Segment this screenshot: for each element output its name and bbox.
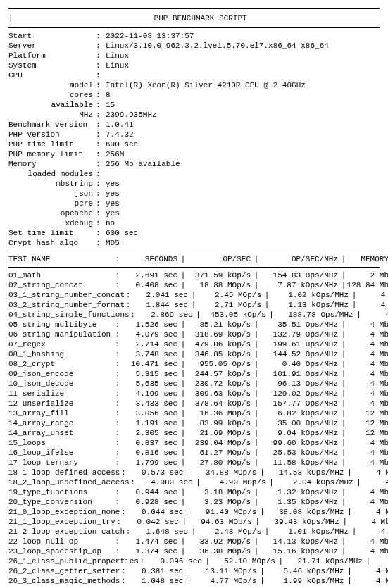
seconds-cell: 1.648 sec: [132, 527, 191, 537]
opsmhz-cell: 14.53 kOps/MHz: [265, 468, 346, 477]
meta-row: json:yes: [8, 189, 332, 199]
meta-row: xdebug:no: [8, 218, 332, 228]
memory-cell: 4 Mb: [346, 330, 388, 339]
meta-value: 600 sec: [106, 228, 332, 238]
opsmhz-cell: 199.61 Ops/MHz: [259, 339, 341, 349]
memory-cell: 4 Mb: [346, 369, 388, 379]
memory-cell: 4 Mb: [348, 517, 388, 527]
memory-cell: 4 Mb: [352, 566, 388, 576]
seconds-cell: 1.374 sec: [121, 546, 180, 556]
opsmhz-cell: 188.78 Ops/MHz: [275, 310, 356, 320]
test-name: 09_json_encode: [8, 369, 114, 379]
ops-cell: 33.92 MOp/s: [186, 537, 254, 546]
meta-value: yes: [106, 179, 332, 189]
meta-row: cores:8: [8, 90, 332, 100]
seconds-cell: 5.635 sec: [121, 379, 180, 389]
opsmhz-cell: 157.77 Ops/MHz: [259, 399, 341, 408]
meta-row: mbstring:yes: [8, 179, 332, 189]
seconds-cell: 1.048 sec: [127, 576, 186, 586]
table-row: 21_1_loop_exception_try:0.042 sec|94.63 …: [8, 517, 380, 527]
ops-cell: 21.69 MOp/s: [186, 428, 254, 438]
seconds-cell: 0.573 sec: [127, 468, 186, 477]
memory-cell: 4 Mb: [362, 477, 388, 487]
memory-cell: 12 Mb: [346, 408, 388, 418]
meta-key: PHP memory limit: [8, 149, 96, 159]
col-ops-header: OP/SEC: [186, 254, 254, 264]
memory-cell: 4 Mb: [371, 556, 388, 566]
memory-cell: 4 Mb: [346, 359, 388, 369]
test-name: 14_array_range: [8, 418, 114, 428]
test-name: 18_2_loop_undefined_access: [8, 477, 130, 487]
table-row: 06_string_manipulation:4.079 sec|318.69 …: [8, 330, 380, 339]
memory-cell: 4 Mb: [346, 339, 388, 349]
opsmhz-cell: 39.43 kOps/MHz: [261, 517, 342, 527]
meta-key: available: [8, 100, 96, 110]
opsmhz-cell: 15.16 kOps/MHz: [259, 546, 341, 556]
memory-cell: 4 Mb: [346, 487, 388, 497]
memory-cell: 4 Mb: [357, 300, 388, 310]
ops-cell: 3.18 MOp/s: [186, 487, 254, 497]
meta-row: opcache:yes: [8, 208, 332, 218]
table-row: 14_array_unset:2.305 sec|21.69 MOp/s|9.0…: [8, 428, 380, 438]
table-row: 08_2_crypt:10.471 sec|955.05 Op/s|0.40 O…: [8, 359, 380, 369]
ops-cell: 4.77 MOp/s: [192, 576, 259, 586]
rule-under-colhead: [8, 267, 380, 268]
meta-value: 7.4.32: [106, 130, 332, 139]
results-table: 01_math:2.691 sec|371.59 kOp/s|154.83 Op…: [8, 270, 380, 586]
opsmhz-cell: 9.04 kOps/MHz: [259, 428, 341, 438]
ops-cell: 3.23 MOp/s: [186, 497, 254, 507]
meta-row: PHP time limit:600 sec: [8, 139, 332, 149]
test-name: 26_1_class_public_properties: [8, 556, 139, 566]
table-row: 26_2_class_getter_setter:0.381 sec|13.11…: [8, 566, 380, 576]
meta-row: CPU:: [8, 70, 332, 80]
opsmhz-cell: 1.02 kOps/MHz: [270, 290, 351, 300]
meta-value: 15: [106, 100, 332, 110]
test-name: 13_array_fill: [8, 408, 114, 418]
meta-row: Crypt hash algo:MD5: [8, 238, 332, 248]
test-name: 07_regex: [8, 339, 114, 349]
meta-row: Start:2022-11-08 13:37:57: [8, 31, 332, 41]
meta-key: opcache: [8, 208, 96, 218]
meta-key: Server: [8, 41, 96, 51]
meta-value: [106, 169, 332, 179]
ops-cell: 27.80 MOp/s: [186, 458, 254, 468]
table-row: 07_regex:2.714 sec|479.06 kOp/s|199.61 O…: [8, 339, 380, 349]
opsmhz-cell: 96.13 Ops/MHz: [259, 379, 341, 389]
test-name: 20_type_conversion: [8, 497, 114, 507]
seconds-cell: 0.837 sec: [121, 438, 180, 448]
meta-key: loaded modules: [8, 169, 96, 179]
test-name: 03_2_string_number_format: [8, 300, 125, 310]
ops-cell: 36.38 MOp/s: [186, 546, 254, 556]
rule-under-title: [8, 27, 380, 28]
table-row: 18_2_loop_undefined_access:4.080 sec|4.9…: [8, 477, 380, 487]
memory-cell: 4 Mb: [346, 438, 388, 448]
ops-cell: 83.99 kOp/s: [186, 418, 254, 428]
ops-cell: 34.88 MOp/s: [192, 468, 259, 477]
meta-value: 8: [106, 90, 332, 100]
ops-cell: 18.88 MOp/s: [186, 280, 254, 290]
ops-cell: 955.05 Op/s: [186, 359, 254, 369]
opsmhz-cell: 101.91 Ops/MHz: [259, 369, 341, 379]
test-name: 10_json_decode: [8, 379, 114, 389]
seconds-cell: 3.748 sec: [121, 349, 180, 359]
table-row: 02_string_concat:0.408 sec|18.88 MOp/s|7…: [8, 280, 380, 290]
meta-key: xdebug: [8, 218, 96, 228]
table-row: 19_type_functions:0.944 sec|3.18 MOp/s|1…: [8, 487, 380, 497]
meta-value: 256 Mb available: [106, 159, 332, 169]
memory-cell: 4 Mb: [346, 448, 388, 458]
test-name: 02_string_concat: [8, 280, 114, 290]
opsmhz-cell: 1.32 kOps/MHz: [259, 487, 341, 497]
test-name: 26_3_class_magic_methods: [8, 576, 120, 586]
table-row: 10_json_decode:5.635 sec|230.72 kOp/s|96…: [8, 379, 380, 389]
memory-cell: 2 Mb: [346, 270, 388, 280]
opsmhz-cell: 38.08 kOps/MHz: [265, 507, 346, 517]
table-row: 03_2_string_number_format:1.844 sec|2.71…: [8, 300, 380, 310]
memory-cell: 4 Mb: [362, 310, 388, 320]
memory-cell: 4 Mb: [346, 537, 388, 546]
rule-top: [8, 8, 380, 9]
meta-value: yes: [106, 189, 332, 199]
meta-value: Linux: [106, 51, 332, 61]
rule-under-meta: [8, 251, 380, 251]
test-name: 21_0_loop_exception_none: [8, 507, 120, 517]
ops-cell: 230.72 kOp/s: [186, 379, 254, 389]
